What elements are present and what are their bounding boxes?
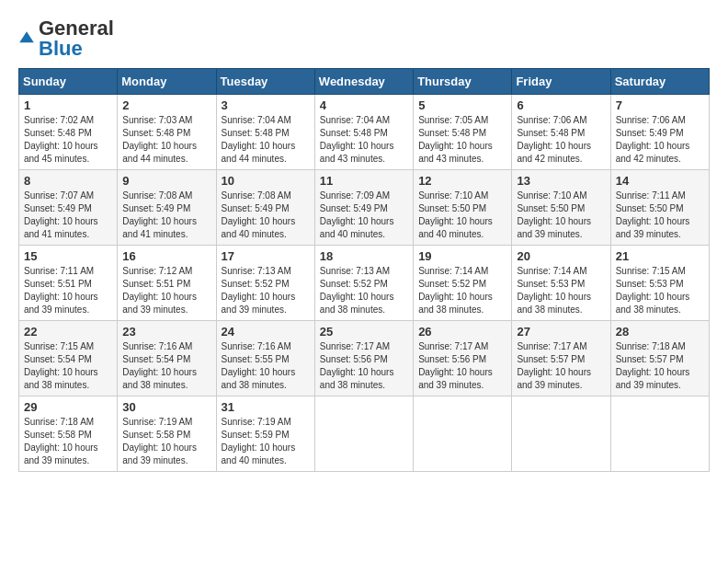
day-number: 21 [616,249,704,263]
day-info: Sunrise: 7:14 AM Sunset: 5:52 PM Dayligh… [418,265,506,316]
day-number: 14 [616,174,704,188]
logo-icon [18,30,35,47]
calendar-cell: 28 Sunrise: 7:18 AM Sunset: 5:57 PM Dayl… [610,321,709,396]
day-number: 10 [222,174,310,188]
weekday-header-tuesday: Tuesday [216,69,314,95]
calendar-cell [512,396,610,472]
calendar-week-row: 1 Sunrise: 7:02 AM Sunset: 5:48 PM Dayli… [19,95,710,170]
calendar-cell: 16 Sunrise: 7:12 AM Sunset: 5:51 PM Dayl… [118,246,216,321]
day-info: Sunrise: 7:06 AM Sunset: 5:48 PM Dayligh… [517,114,605,166]
day-info: Sunrise: 7:15 AM Sunset: 5:53 PM Dayligh… [616,265,704,316]
day-info: Sunrise: 7:11 AM Sunset: 5:50 PM Dayligh… [616,190,704,241]
calendar-week-row: 8 Sunrise: 7:07 AM Sunset: 5:49 PM Dayli… [19,170,710,246]
calendar-week-row: 15 Sunrise: 7:11 AM Sunset: 5:51 PM Dayl… [19,246,710,321]
calendar-cell: 3 Sunrise: 7:04 AM Sunset: 5:48 PM Dayli… [216,95,314,170]
weekday-header-sunday: Sunday [19,69,118,95]
day-number: 17 [222,249,310,263]
day-info: Sunrise: 7:08 AM Sunset: 5:49 PM Dayligh… [222,190,310,241]
day-number: 31 [222,400,310,414]
calendar-cell: 27 Sunrise: 7:17 AM Sunset: 5:57 PM Dayl… [512,321,610,396]
calendar-cell: 6 Sunrise: 7:06 AM Sunset: 5:48 PM Dayli… [512,95,610,170]
day-number: 4 [320,98,408,112]
calendar-cell: 13 Sunrise: 7:10 AM Sunset: 5:50 PM Dayl… [512,170,610,246]
day-info: Sunrise: 7:06 AM Sunset: 5:49 PM Dayligh… [616,114,704,166]
day-info: Sunrise: 7:15 AM Sunset: 5:54 PM Dayligh… [24,340,112,392]
day-info: Sunrise: 7:17 AM Sunset: 5:56 PM Dayligh… [418,340,506,392]
day-number: 26 [418,325,506,339]
day-info: Sunrise: 7:04 AM Sunset: 5:48 PM Dayligh… [320,114,408,166]
calendar-cell: 15 Sunrise: 7:11 AM Sunset: 5:51 PM Dayl… [19,246,118,321]
calendar-cell: 8 Sunrise: 7:07 AM Sunset: 5:49 PM Dayli… [19,170,118,246]
calendar-cell: 5 Sunrise: 7:05 AM Sunset: 5:48 PM Dayli… [414,95,512,170]
day-number: 2 [122,98,210,112]
calendar-cell: 20 Sunrise: 7:14 AM Sunset: 5:53 PM Dayl… [512,246,610,321]
day-number: 13 [517,174,605,188]
day-number: 7 [616,98,704,112]
day-info: Sunrise: 7:08 AM Sunset: 5:49 PM Dayligh… [122,190,210,241]
weekday-header-friday: Friday [512,69,610,95]
day-number: 27 [517,325,605,339]
calendar-cell: 25 Sunrise: 7:17 AM Sunset: 5:56 PM Dayl… [314,321,413,396]
calendar-cell [610,396,709,472]
day-info: Sunrise: 7:17 AM Sunset: 5:57 PM Dayligh… [517,340,605,392]
logo: General Blue [18,18,114,59]
calendar-cell: 31 Sunrise: 7:19 AM Sunset: 5:59 PM Dayl… [216,396,314,472]
calendar-cell: 17 Sunrise: 7:13 AM Sunset: 5:52 PM Dayl… [216,246,314,321]
calendar-cell: 12 Sunrise: 7:10 AM Sunset: 5:50 PM Dayl… [414,170,512,246]
day-info: Sunrise: 7:10 AM Sunset: 5:50 PM Dayligh… [517,190,605,241]
day-number: 1 [24,98,112,112]
day-number: 16 [122,249,210,263]
day-info: Sunrise: 7:07 AM Sunset: 5:49 PM Dayligh… [24,190,112,241]
day-info: Sunrise: 7:13 AM Sunset: 5:52 PM Dayligh… [222,265,310,316]
day-number: 11 [320,174,408,188]
weekday-header-monday: Monday [118,69,216,95]
day-number: 23 [122,325,210,339]
calendar-cell: 11 Sunrise: 7:09 AM Sunset: 5:49 PM Dayl… [314,170,413,246]
calendar-cell: 26 Sunrise: 7:17 AM Sunset: 5:56 PM Dayl… [414,321,512,396]
svg-marker-0 [19,31,34,42]
day-info: Sunrise: 7:16 AM Sunset: 5:54 PM Dayligh… [122,340,210,392]
calendar-cell: 2 Sunrise: 7:03 AM Sunset: 5:48 PM Dayli… [118,95,216,170]
calendar-cell: 23 Sunrise: 7:16 AM Sunset: 5:54 PM Dayl… [118,321,216,396]
day-number: 18 [320,249,408,263]
day-number: 22 [24,325,112,339]
calendar-cell: 10 Sunrise: 7:08 AM Sunset: 5:49 PM Dayl… [216,170,314,246]
calendar-table: SundayMondayTuesdayWednesdayThursdayFrid… [18,68,710,472]
weekday-header-wednesday: Wednesday [314,69,413,95]
day-info: Sunrise: 7:19 AM Sunset: 5:58 PM Dayligh… [122,416,210,467]
day-info: Sunrise: 7:05 AM Sunset: 5:48 PM Dayligh… [418,114,506,166]
calendar-cell: 1 Sunrise: 7:02 AM Sunset: 5:48 PM Dayli… [19,95,118,170]
day-info: Sunrise: 7:10 AM Sunset: 5:50 PM Dayligh… [418,190,506,241]
calendar-cell: 9 Sunrise: 7:08 AM Sunset: 5:49 PM Dayli… [118,170,216,246]
day-number: 6 [517,98,605,112]
day-info: Sunrise: 7:11 AM Sunset: 5:51 PM Dayligh… [24,265,112,316]
day-number: 3 [222,98,310,112]
calendar-cell: 7 Sunrise: 7:06 AM Sunset: 5:49 PM Dayli… [610,95,709,170]
calendar-header-row: SundayMondayTuesdayWednesdayThursdayFrid… [19,69,710,95]
calendar-cell: 18 Sunrise: 7:13 AM Sunset: 5:52 PM Dayl… [314,246,413,321]
day-number: 12 [418,174,506,188]
day-number: 28 [616,325,704,339]
calendar-cell: 19 Sunrise: 7:14 AM Sunset: 5:52 PM Dayl… [414,246,512,321]
day-info: Sunrise: 7:14 AM Sunset: 5:53 PM Dayligh… [517,265,605,316]
calendar-week-row: 29 Sunrise: 7:18 AM Sunset: 5:58 PM Dayl… [19,396,710,472]
day-info: Sunrise: 7:16 AM Sunset: 5:55 PM Dayligh… [222,340,310,392]
day-number: 9 [122,174,210,188]
day-info: Sunrise: 7:03 AM Sunset: 5:48 PM Dayligh… [122,114,210,166]
day-info: Sunrise: 7:13 AM Sunset: 5:52 PM Dayligh… [320,265,408,316]
calendar-cell: 22 Sunrise: 7:15 AM Sunset: 5:54 PM Dayl… [19,321,118,396]
calendar-cell: 4 Sunrise: 7:04 AM Sunset: 5:48 PM Dayli… [314,95,413,170]
day-info: Sunrise: 7:09 AM Sunset: 5:49 PM Dayligh… [320,190,408,241]
logo-blue: Blue [39,37,83,60]
page-header: General Blue [18,18,710,59]
day-info: Sunrise: 7:18 AM Sunset: 5:58 PM Dayligh… [24,416,112,467]
calendar-cell: 24 Sunrise: 7:16 AM Sunset: 5:55 PM Dayl… [216,321,314,396]
day-number: 30 [122,400,210,414]
day-info: Sunrise: 7:12 AM Sunset: 5:51 PM Dayligh… [122,265,210,316]
day-info: Sunrise: 7:19 AM Sunset: 5:59 PM Dayligh… [222,416,310,467]
calendar-cell [414,396,512,472]
day-number: 15 [24,249,112,263]
day-info: Sunrise: 7:02 AM Sunset: 5:48 PM Dayligh… [24,114,112,166]
day-info: Sunrise: 7:04 AM Sunset: 5:48 PM Dayligh… [222,114,310,166]
day-number: 5 [418,98,506,112]
